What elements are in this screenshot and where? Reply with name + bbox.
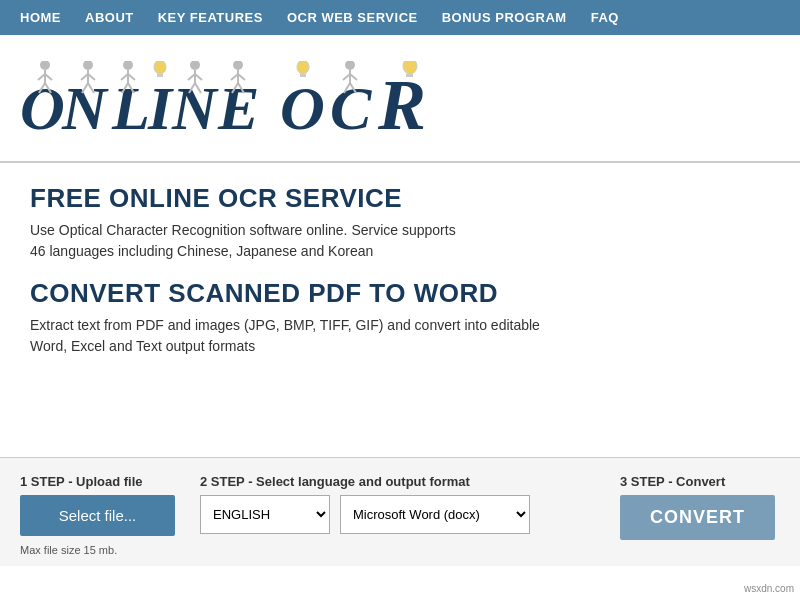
- navbar: HOME ABOUT KEY FEATURES OCR WEB SERVICE …: [0, 0, 800, 35]
- svg-rect-50: [406, 74, 413, 77]
- language-select[interactable]: ENGLISH FRENCH GERMAN SPANISH ITALIAN PO…: [200, 495, 330, 534]
- headline1: FREE ONLINE OCR SERVICE: [30, 183, 770, 214]
- subtext2: Extract text from PDF and images (JPG, B…: [30, 315, 770, 357]
- svg-text:O: O: [20, 74, 65, 141]
- nav-bonus-program[interactable]: BONUS PROGRAM: [442, 10, 567, 25]
- svg-point-15: [123, 61, 133, 70]
- svg-point-8: [83, 61, 93, 70]
- svg-rect-23: [157, 74, 163, 77]
- svg-text:L: L: [111, 74, 150, 141]
- nav-key-features[interactable]: KEY FEATURES: [158, 10, 263, 25]
- svg-point-39: [297, 61, 309, 74]
- svg-point-49: [403, 61, 417, 74]
- bottom-panel: 1 STEP - Upload file Select file... Max …: [0, 457, 800, 566]
- headline2: CONVERT SCANNED PDF TO WORD: [30, 278, 770, 309]
- svg-point-42: [345, 61, 355, 70]
- svg-text:N: N: [61, 74, 109, 141]
- step2-label: 2 STEP - Select language and output form…: [200, 474, 600, 489]
- subtext1: Use Optical Character Recognition softwa…: [30, 220, 770, 262]
- logo[interactable]: O N L I: [20, 51, 540, 151]
- svg-text:R: R: [377, 65, 426, 141]
- select-file-button[interactable]: Select file...: [20, 495, 175, 536]
- svg-text:O: O: [280, 74, 325, 141]
- convert-button[interactable]: CONVERT: [620, 495, 775, 540]
- step3-label: 3 STEP - Convert: [620, 474, 780, 489]
- step3: 3 STEP - Convert CONVERT: [620, 474, 780, 540]
- nav-faq[interactable]: FAQ: [591, 10, 619, 25]
- svg-point-32: [233, 61, 243, 70]
- max-file-size: Max file size 15 mb.: [20, 544, 180, 556]
- logo-svg: O N L I: [20, 61, 540, 141]
- svg-text:I: I: [147, 74, 174, 141]
- svg-rect-40: [300, 74, 306, 77]
- step1-label: 1 STEP - Upload file: [20, 474, 180, 489]
- step1: 1 STEP - Upload file Select file... Max …: [20, 474, 180, 556]
- nav-ocr-web-service[interactable]: OCR WEB SERVICE: [287, 10, 418, 25]
- nav-about[interactable]: ABOUT: [85, 10, 134, 25]
- nav-home[interactable]: HOME: [20, 10, 61, 25]
- svg-point-1: [40, 61, 50, 70]
- logo-area: O N L I: [0, 35, 800, 163]
- step2: 2 STEP - Select language and output form…: [200, 474, 600, 534]
- main-content: FREE ONLINE OCR SERVICE Use Optical Char…: [0, 163, 800, 397]
- step2-inputs: ENGLISH FRENCH GERMAN SPANISH ITALIAN PO…: [200, 495, 600, 534]
- format-select[interactable]: Microsoft Word (docx) Microsoft Excel (x…: [340, 495, 530, 534]
- svg-point-25: [190, 61, 200, 70]
- svg-point-22: [154, 61, 166, 74]
- steps-row: 1 STEP - Upload file Select file... Max …: [20, 474, 780, 556]
